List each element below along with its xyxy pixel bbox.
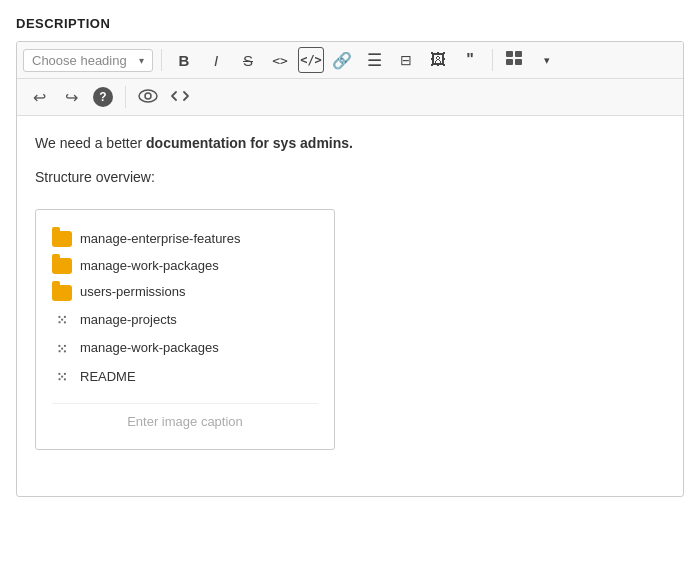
ordered-list-icon: ⊟ <box>400 52 412 68</box>
wiki-icon: ⁙ <box>52 338 72 360</box>
chevron-down-icon: ▾ <box>544 54 550 67</box>
ordered-list-button[interactable]: ⊟ <box>392 46 420 74</box>
paragraph-2: Structure overview: <box>35 166 665 188</box>
undo-icon: ↩ <box>33 88 46 107</box>
folder-icon <box>52 258 72 274</box>
strike-icon: S <box>243 52 253 69</box>
svg-rect-2 <box>506 59 513 65</box>
image-button[interactable]: 🖼 <box>424 46 452 74</box>
inline-code-button[interactable]: <> <box>266 46 294 74</box>
paragraph-1: We need a better documentation for sys a… <box>35 132 665 154</box>
editor-wrapper: Choose heading ▾ B I S <> </> 🔗 <box>16 41 684 497</box>
section-title: DESCRIPTION <box>16 16 684 31</box>
toolbar-row-2: ↩ ↪ ? <box>17 79 683 116</box>
item-label: manage-enterprise-features <box>80 229 240 250</box>
wiki-icon: ⁙ <box>52 309 72 331</box>
table-more-button[interactable]: ▾ <box>533 46 561 74</box>
preview-icon <box>138 88 158 107</box>
list-item: manage-work-packages <box>52 253 318 280</box>
strikethrough-button[interactable]: S <box>234 46 262 74</box>
image-caption[interactable]: Enter image caption <box>52 403 318 433</box>
chevron-down-icon: ▾ <box>139 55 144 66</box>
list-item: ⁙ README <box>52 363 318 391</box>
italic-icon: I <box>214 52 218 69</box>
bold-icon: B <box>179 52 190 69</box>
svg-rect-3 <box>515 59 522 65</box>
table-icon <box>506 51 524 70</box>
italic-button[interactable]: I <box>202 46 230 74</box>
toolbar-divider-3 <box>125 86 126 108</box>
link-button[interactable]: 🔗 <box>328 46 356 74</box>
svg-point-4 <box>139 90 157 102</box>
item-label: README <box>80 367 136 388</box>
svg-rect-0 <box>506 51 513 57</box>
code-block-icon: </> <box>300 53 322 67</box>
item-label: manage-work-packages <box>80 256 219 277</box>
wiki-icon: ⁙ <box>52 366 72 388</box>
heading-dropdown[interactable]: Choose heading ▾ <box>23 49 153 72</box>
list-button[interactable]: ☰ <box>360 46 388 74</box>
help-button[interactable]: ? <box>89 83 117 111</box>
bold-button[interactable]: B <box>170 46 198 74</box>
item-label: manage-work-packages <box>80 338 219 359</box>
svg-point-5 <box>145 93 151 99</box>
quote-icon: " <box>466 51 474 69</box>
help-icon: ? <box>93 87 113 107</box>
item-label: users-permissions <box>80 282 185 303</box>
link-icon: 🔗 <box>332 51 352 70</box>
redo-icon: ↪ <box>65 88 78 107</box>
list-icon: ☰ <box>367 52 382 69</box>
paragraph-1-bold: documentation for sys admins. <box>146 135 353 151</box>
toolbar-row-1: Choose heading ▾ B I S <> </> 🔗 <box>17 42 683 79</box>
undo-button[interactable]: ↩ <box>25 83 53 111</box>
list-item: ⁙ manage-work-packages <box>52 335 318 363</box>
redo-button[interactable]: ↪ <box>57 83 85 111</box>
page-container: DESCRIPTION Choose heading ▾ B I S <> </… <box>0 0 700 573</box>
table-button[interactable] <box>501 46 529 74</box>
toolbar-divider-1 <box>161 49 162 71</box>
source-mode-button[interactable] <box>166 83 194 111</box>
svg-rect-1 <box>515 51 522 57</box>
list-item: users-permissions <box>52 279 318 306</box>
image-block: manage-enterprise-features manage-work-p… <box>35 209 335 450</box>
paragraph-1-plain: We need a better <box>35 135 146 151</box>
quote-button[interactable]: " <box>456 46 484 74</box>
item-label: manage-projects <box>80 310 177 331</box>
source-icon <box>170 88 190 107</box>
preview-button[interactable] <box>134 83 162 111</box>
editor-content[interactable]: We need a better documentation for sys a… <box>17 116 683 496</box>
folder-icon <box>52 231 72 247</box>
code-inline-icon: <> <box>272 53 288 68</box>
file-list: manage-enterprise-features manage-work-p… <box>52 226 318 392</box>
toolbar-divider-2 <box>492 49 493 71</box>
heading-placeholder: Choose heading <box>32 53 127 68</box>
image-icon: 🖼 <box>430 51 446 69</box>
folder-icon <box>52 285 72 301</box>
code-block-button[interactable]: </> <box>298 47 324 73</box>
list-item: manage-enterprise-features <box>52 226 318 253</box>
list-item: ⁙ manage-projects <box>52 306 318 334</box>
